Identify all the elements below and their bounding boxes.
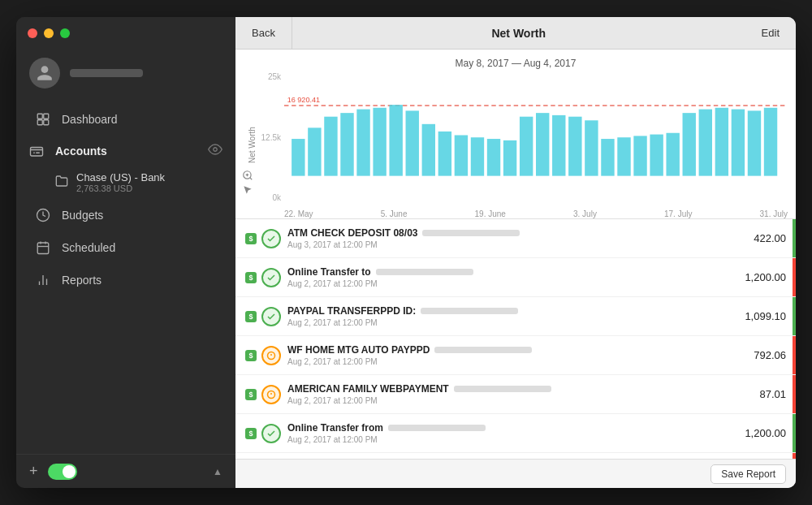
tx-dollar-badge: $ (245, 350, 257, 361)
transaction-row[interactable]: $Online Transfer from Aug 2, 2017 at 12:… (235, 414, 796, 453)
main-content: Back Net Worth Edit May 8, 2017 — Aug 4,… (235, 17, 796, 488)
save-report-button[interactable]: Save Report (710, 464, 786, 484)
svg-rect-27 (471, 137, 484, 175)
tx-info: Online Transfer from Aug 2, 2017 at 12:0… (287, 422, 738, 444)
x-label-june5: 5. June (381, 209, 408, 218)
tx-dollar-badge: $ (245, 428, 257, 439)
svg-rect-30 (520, 117, 533, 176)
sidebar-item-chase[interactable]: Chase (US) - Bank 2,763.38 USD (16, 166, 235, 199)
zoom-icon[interactable] (242, 170, 253, 181)
svg-rect-36 (617, 137, 630, 175)
traffic-light-red[interactable] (28, 28, 37, 38)
x-axis-labels: 22. May 5. June 19. June 3. July 17. Jul… (284, 209, 788, 218)
tx-info: PAYPAL TRANSFERPPD ID: Aug 2, 2017 at 12… (287, 305, 738, 327)
edit-button[interactable]: Edit (745, 17, 796, 49)
svg-rect-7 (37, 243, 49, 254)
tx-date: Aug 2, 2017 at 12:00 PM (287, 318, 738, 327)
transaction-row[interactable]: $PRIMERICA LIFE INS. PREMPPD ID: Aug 1, … (235, 453, 796, 459)
sidebar-item-label-scheduled: Scheduled (62, 241, 115, 254)
svg-rect-19 (340, 113, 353, 175)
svg-rect-35 (601, 139, 614, 176)
tx-date: Aug 2, 2017 at 12:00 PM (287, 435, 738, 444)
sidebar-item-label-reports: Reports (62, 274, 102, 287)
sidebar-item-budgets[interactable]: Budgets (23, 200, 229, 231)
account-info: Chase (US) - Bank 2,763.38 USD (76, 171, 165, 193)
svg-rect-28 (487, 139, 500, 176)
account-name: Chase (US) - Bank (76, 171, 165, 183)
page-title: Net Worth (292, 27, 745, 40)
sidebar-item-label-dashboard: Dashboard (62, 113, 118, 126)
svg-rect-26 (455, 135, 468, 175)
sidebar-item-reports[interactable]: Reports (23, 265, 229, 296)
tx-amount: 1,200.00 (745, 427, 786, 439)
tx-side-bar (793, 453, 796, 459)
add-button[interactable]: + (29, 463, 38, 480)
svg-rect-34 (585, 120, 598, 175)
svg-rect-43 (732, 110, 745, 176)
x-label-july31: 31. July (760, 209, 788, 218)
svg-rect-3 (44, 120, 49, 125)
svg-rect-24 (422, 124, 435, 176)
tx-name: PAYPAL TRANSFERPPD ID: (287, 305, 738, 317)
transaction-list[interactable]: $ATM CHECK DEPOSIT 08/03 Aug 3, 2017 at … (235, 218, 796, 459)
folder-icon (55, 175, 68, 191)
transaction-row[interactable]: $PAYPAL TRANSFERPPD ID: Aug 2, 2017 at 1… (235, 297, 796, 336)
traffic-light-green[interactable] (60, 28, 70, 38)
x-label-july17: 17. July (664, 209, 692, 218)
chevron-up-icon[interactable]: ▲ (213, 466, 222, 477)
pointer-icon[interactable] (242, 184, 253, 196)
x-label-june19: 19. June (475, 209, 506, 218)
svg-rect-23 (406, 110, 419, 175)
titlebar (16, 17, 235, 50)
sync-toggle[interactable] (48, 464, 77, 480)
main-toolbar: Back Net Worth Edit (235, 17, 796, 50)
chart-y-label: Net Worth (244, 72, 260, 218)
sidebar-item-scheduled[interactable]: Scheduled (23, 232, 229, 263)
tx-status-icon (261, 385, 281, 404)
chart-section: May 8, 2017 — Aug 4, 2017 Net Worth 25k … (235, 50, 796, 218)
tx-name: Online Transfer from (287, 422, 738, 434)
tx-dollar-badge: $ (245, 233, 257, 244)
traffic-light-yellow[interactable] (44, 28, 54, 38)
svg-rect-18 (324, 117, 337, 176)
tx-date: Aug 2, 2017 at 12:00 PM (287, 357, 747, 366)
tx-side-bar (793, 414, 796, 452)
tx-side-bar (793, 375, 796, 413)
tx-dollar-badge: $ (245, 272, 257, 283)
tx-side-bar (793, 336, 796, 374)
sidebar-item-accounts[interactable]: Accounts (16, 136, 235, 166)
svg-text:16 920.41: 16 920.41 (287, 96, 321, 104)
svg-rect-21 (373, 108, 386, 176)
tx-date: Aug 2, 2017 at 12:00 PM (287, 279, 738, 288)
transaction-row[interactable]: $WF HOME MTG AUTO PAYPPD Aug 2, 2017 at … (235, 336, 796, 375)
transaction-row[interactable]: $AMERICAN FAMILY WEBPAYMENT Aug 2, 2017 … (235, 375, 796, 414)
tx-name-blur (422, 230, 520, 236)
bottom-bar: Save Report (235, 459, 796, 488)
tx-side-bar (793, 258, 796, 296)
username (70, 69, 143, 77)
svg-rect-1 (44, 114, 49, 119)
svg-rect-22 (389, 105, 402, 176)
avatar (29, 58, 60, 88)
tx-name-blur (454, 386, 551, 392)
svg-rect-39 (666, 133, 679, 176)
tx-status-icon (261, 346, 281, 365)
chart-tools (242, 170, 253, 196)
eye-icon[interactable] (208, 142, 222, 159)
svg-rect-42 (715, 108, 728, 176)
tx-name: Online Transfer to (287, 266, 738, 278)
back-button[interactable]: Back (235, 17, 292, 49)
tx-dollar-badge: $ (245, 389, 257, 400)
tx-date: Aug 3, 2017 at 12:00 PM (287, 240, 747, 249)
transaction-row[interactable]: $Online Transfer to Aug 2, 2017 at 12:00… (235, 258, 796, 297)
tx-name: ATM CHECK DEPOSIT 08/03 (287, 227, 747, 239)
y-axis: 25k 12.5k 0k (260, 72, 284, 202)
transaction-row[interactable]: $ATM CHECK DEPOSIT 08/03 Aug 3, 2017 at … (235, 219, 796, 258)
sidebar-item-dashboard[interactable]: Dashboard (23, 104, 229, 135)
svg-rect-20 (356, 110, 369, 176)
sidebar-item-label-accounts: Accounts (55, 145, 107, 158)
tx-status-icon (261, 229, 281, 248)
tx-amount: 1,200.00 (745, 271, 786, 283)
sidebar-bottom: + ▲ (16, 454, 235, 488)
account-balance: 2,763.38 USD (76, 183, 165, 193)
